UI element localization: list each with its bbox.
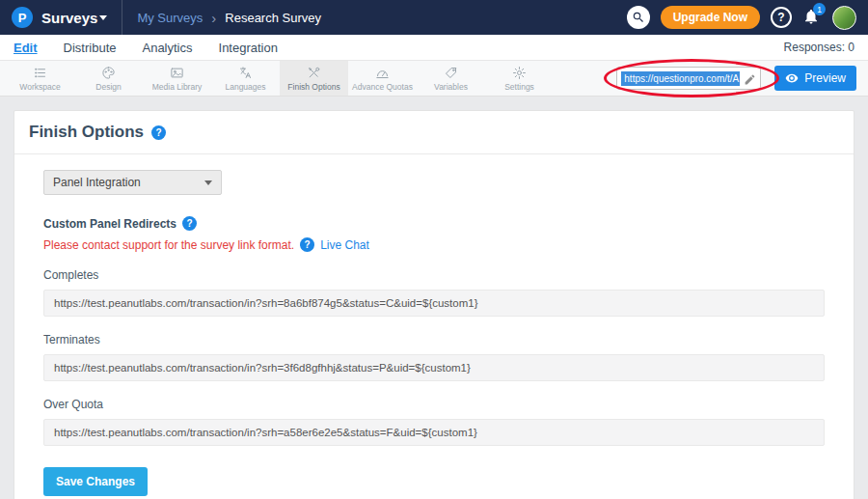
- panel-integration-select[interactable]: Panel Integration: [43, 170, 222, 195]
- variables-tag-icon: [444, 66, 458, 80]
- design-palette-icon: [101, 66, 116, 80]
- survey-url-selected-text: https://questionpro.com/t/A: [621, 71, 740, 86]
- languages-icon: [238, 66, 253, 80]
- survey-url-wrap: https://questionpro.com/t/A: [616, 67, 761, 90]
- help-icon[interactable]: ?: [151, 125, 166, 140]
- chevron-down-icon: [204, 180, 212, 185]
- save-changes-button[interactable]: Save Changes: [43, 467, 148, 496]
- toolbar-label: Variables: [434, 82, 468, 92]
- edit-toolbar: Workspace Design Media Library Languages…: [0, 61, 868, 97]
- toolbar-label: Settings: [504, 82, 534, 92]
- product-switcher[interactable]: Surveys: [41, 10, 107, 26]
- live-chat-link[interactable]: Live Chat: [320, 238, 369, 252]
- top-bar: P Surveys My Surveys › Research Survey U…: [0, 0, 868, 35]
- workspace-icon: [33, 66, 47, 80]
- finish-options-card: Finish Options ? Panel Integration Custo…: [14, 110, 854, 499]
- toolbar-label: Finish Options: [287, 82, 339, 92]
- preview-label: Preview: [804, 71, 846, 85]
- breadcrumb-my-surveys[interactable]: My Surveys: [137, 11, 203, 25]
- search-icon: [632, 11, 645, 24]
- toolbar-item-finish-options[interactable]: Finish Options: [280, 61, 348, 96]
- toolbar-item-design[interactable]: Design: [74, 61, 143, 96]
- terminates-label: Terminates: [43, 333, 825, 347]
- preview-button[interactable]: Preview: [774, 66, 856, 91]
- completes-label: Completes: [43, 268, 825, 282]
- toolbar-label: Workspace: [19, 82, 60, 92]
- card-title-row: Finish Options ?: [14, 111, 854, 153]
- completes-url-field[interactable]: https://test.peanutlabs.com/transaction/…: [43, 290, 825, 317]
- toolbar-label: Design: [95, 82, 121, 92]
- media-library-icon: [170, 66, 184, 80]
- live-chat-icon[interactable]: ?: [300, 237, 314, 252]
- chevron-down-icon: [99, 15, 107, 20]
- advance-quotas-gauge-icon: [375, 66, 390, 80]
- tab-integration[interactable]: Integration: [219, 41, 278, 55]
- notifications-button[interactable]: 1: [802, 8, 822, 27]
- finish-options-tools-icon: [307, 66, 321, 80]
- pencil-icon: [744, 73, 756, 86]
- card-body: Panel Integration Custom Panel Redirects…: [14, 154, 854, 499]
- survey-nav: Edit Distribute Analytics Integration Re…: [0, 35, 868, 61]
- search-button[interactable]: [627, 6, 650, 29]
- tab-analytics[interactable]: Analytics: [142, 41, 192, 55]
- toolbar-right: https://questionpro.com/t/A Preview: [616, 61, 862, 96]
- main-content: Finish Options ? Panel Integration Custo…: [0, 97, 868, 499]
- product-name: Surveys: [41, 10, 97, 26]
- support-note-text: Please contact support for the survey li…: [43, 238, 294, 252]
- responses-count: Responses: 0: [784, 41, 854, 54]
- eye-icon: [785, 71, 799, 85]
- toolbar-item-workspace[interactable]: Workspace: [6, 61, 74, 96]
- tab-distribute[interactable]: Distribute: [64, 41, 117, 55]
- topbar-actions: Upgrade Now ? 1: [627, 6, 856, 30]
- toolbar-item-media-library[interactable]: Media Library: [143, 61, 211, 96]
- toolbar-label: Languages: [225, 82, 265, 92]
- toolbar-item-variables[interactable]: Variables: [417, 61, 485, 96]
- upgrade-now-button[interactable]: Upgrade Now: [661, 6, 760, 29]
- custom-panel-redirects-label: Custom Panel Redirects: [43, 217, 176, 231]
- tab-edit[interactable]: Edit: [14, 41, 38, 55]
- toolbar-item-advance-quotas[interactable]: Advance Quotas: [348, 61, 417, 96]
- survey-url-input[interactable]: https://questionpro.com/t/A: [616, 67, 761, 90]
- breadcrumb-separator: ›: [211, 10, 216, 26]
- edit-url-button[interactable]: [744, 72, 756, 85]
- questionpro-logo[interactable]: P: [12, 7, 33, 28]
- settings-gear-icon: [512, 66, 527, 80]
- section-row: Custom Panel Redirects ?: [43, 216, 825, 231]
- panel-integration-selected-value: Panel Integration: [53, 176, 141, 189]
- toolbar-item-settings[interactable]: Settings: [485, 61, 554, 96]
- breadcrumb-current-survey: Research Survey: [225, 11, 321, 25]
- page-title: Finish Options: [29, 123, 144, 142]
- terminates-url-field[interactable]: https://test.peanutlabs.com/transaction/…: [43, 354, 825, 381]
- toolbar-label: Advance Quotas: [352, 82, 413, 92]
- toolbar-item-languages[interactable]: Languages: [211, 61, 280, 96]
- over-quota-label: Over Quota: [43, 398, 825, 411]
- notification-badge: 1: [813, 3, 826, 15]
- over-quota-url-field[interactable]: https://test.peanutlabs.com/transaction/…: [43, 419, 825, 446]
- help-icon[interactable]: ?: [182, 216, 197, 231]
- support-note-row: Please contact support for the survey li…: [43, 237, 825, 252]
- avatar[interactable]: [832, 6, 856, 30]
- toolbar-label: Media Library: [152, 82, 203, 92]
- help-button[interactable]: ?: [771, 7, 792, 28]
- divider: [122, 0, 122, 35]
